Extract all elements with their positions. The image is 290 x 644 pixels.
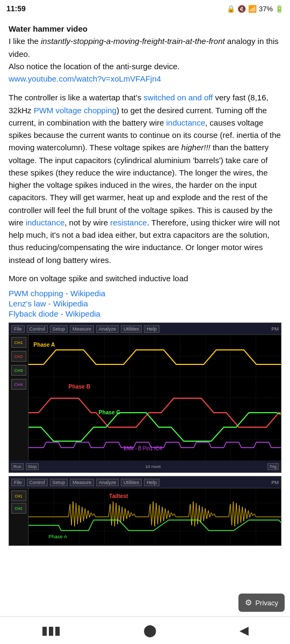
osc-frame-1: File Control Setup Measure Analyze Utili… bbox=[9, 323, 281, 473]
privacy-button[interactable]: ⚙ Privacy bbox=[238, 594, 285, 612]
nav-back-icon[interactable]: ▮▮▮ bbox=[41, 624, 61, 638]
inductance-link-1[interactable]: inductance bbox=[166, 118, 205, 127]
osc2-left-panel: CH1 CH2 bbox=[9, 488, 28, 545]
osc2-menu-file[interactable]: File bbox=[11, 479, 25, 486]
phase-b-label: Phase B bbox=[69, 383, 91, 390]
osc-waveform-svg-2: Tailtest Phase A bbox=[28, 488, 281, 545]
osc-toolbar-1: File Control Setup Measure Analyze Utili… bbox=[9, 323, 281, 335]
more-line: More on voltage spike and switched induc… bbox=[9, 273, 281, 285]
pwm-wiki-link[interactable]: PWM chopping - Wikipedia bbox=[9, 289, 281, 298]
osc-menu-setup[interactable]: Setup bbox=[50, 325, 68, 333]
pwm-chopping-link[interactable]: PWM voltage chopping bbox=[34, 106, 117, 115]
emk-label: EMk - B Pin1 IC4 bbox=[124, 445, 162, 451]
osc-menu-control[interactable]: Control bbox=[27, 325, 48, 333]
higher-italic: higher!!! bbox=[182, 143, 211, 152]
osc2-phase-a-label: Phase A bbox=[48, 533, 67, 539]
osc-bottom-bar-1: Run Stop 10 ms/d Trig bbox=[9, 460, 281, 472]
osc2-menu-control[interactable]: Control bbox=[27, 479, 48, 486]
osc-ch1-btn[interactable]: CH1 bbox=[11, 337, 26, 348]
osc-menu-utilities[interactable]: Utilities bbox=[121, 325, 142, 333]
osc-ch2-label: CH2 bbox=[14, 354, 23, 359]
osc2-ch1-btn[interactable]: CH1 bbox=[11, 491, 26, 501]
osc2-ch1-label: CH1 bbox=[15, 494, 22, 498]
lenz-wiki-link[interactable]: Lenz's law - Wikipedia bbox=[9, 299, 281, 308]
battery-text: 37% bbox=[259, 5, 273, 13]
osc-plot-area-1: CH1 CH2 CH3 CH4 bbox=[9, 335, 281, 460]
nav-recent-icon[interactable]: ◀ bbox=[240, 624, 249, 638]
osc-ch4-btn[interactable]: CH4 bbox=[11, 379, 26, 390]
nav-bar: ▮▮▮ ⬤ ◀ bbox=[0, 616, 290, 644]
osc-bottom-run[interactable]: Run bbox=[11, 463, 24, 470]
osc-waveform-svg-1: Phase A Phase B Phase C EMk - B Pin1 IC4 bbox=[28, 335, 281, 460]
osc2-menu-measure[interactable]: Measure bbox=[70, 479, 94, 486]
osc-timebase: 10 ms/d bbox=[146, 464, 161, 469]
battery-icon: 🔋 bbox=[275, 5, 284, 13]
status-icons: 🔒 🔇 📶 37% 🔋 bbox=[227, 5, 284, 13]
osc-toolbar-2: File Control Setup Measure Analyze Utili… bbox=[9, 477, 281, 488]
osc-menu-analyze[interactable]: Analyze bbox=[96, 325, 119, 333]
more-section: More on voltage spike and switched induc… bbox=[9, 273, 281, 319]
osc-ch3-label: CH3 bbox=[14, 368, 23, 373]
oscilloscope-1: File Control Setup Measure Analyze Utili… bbox=[9, 323, 281, 546]
resistance-link[interactable]: resistance bbox=[110, 218, 147, 227]
osc-ch3-btn[interactable]: CH3 bbox=[11, 365, 26, 376]
osc2-menu-help[interactable]: Help bbox=[144, 479, 160, 486]
osc-ch4-label: CH4 bbox=[14, 382, 23, 387]
osc-ch1-label: CH1 bbox=[14, 340, 23, 345]
italic-phrase: instantly-stopping-a-moving-freight-trai… bbox=[41, 36, 225, 46]
osc2-ch2-btn[interactable]: CH2 bbox=[11, 503, 26, 514]
nav-home-icon[interactable]: ⬤ bbox=[143, 624, 157, 638]
inductance-link-2[interactable]: inductance bbox=[26, 218, 65, 227]
osc2-time-display: PM bbox=[272, 480, 279, 485]
osc-left-panel-1: CH1 CH2 CH3 CH4 bbox=[9, 335, 28, 460]
para1-text: I like the instantly-stopping-a-moving-f… bbox=[9, 36, 279, 83]
mute-icon: 🔇 bbox=[237, 5, 246, 13]
osc-time-display: PM bbox=[272, 326, 279, 332]
osc2-menu-analyze[interactable]: Analyze bbox=[96, 479, 119, 486]
switched-on-off-link[interactable]: switched on and off bbox=[143, 93, 213, 102]
osc-plot-area-2: CH1 CH2 Tailtest bbox=[9, 488, 281, 545]
osc-ch2-btn[interactable]: CH2 bbox=[11, 351, 26, 362]
osc-frame-2: File Control Setup Measure Analyze Utili… bbox=[9, 476, 281, 546]
osc2-menu-utilities[interactable]: Utilities bbox=[121, 479, 142, 486]
article-title: Water hammer video bbox=[9, 24, 88, 33]
privacy-gear-icon: ⚙ bbox=[245, 598, 252, 608]
osc-trig-btn[interactable]: Trig bbox=[267, 463, 279, 470]
osc-menu-measure[interactable]: Measure bbox=[70, 325, 94, 333]
osc-bottom-stop[interactable]: Stop bbox=[26, 463, 39, 470]
wifi-icon: 📶 bbox=[248, 5, 257, 13]
osc-menu-file[interactable]: File bbox=[11, 325, 25, 333]
phase-a-label: Phase A bbox=[33, 341, 55, 348]
privacy-label: Privacy bbox=[255, 599, 278, 607]
article-body: The controller is like a watertap that's… bbox=[9, 91, 281, 266]
osc2-menu-setup[interactable]: Setup bbox=[50, 479, 68, 486]
lock-icon: 🔒 bbox=[227, 5, 235, 13]
osc-menu-help[interactable]: Help bbox=[144, 325, 160, 333]
main-content: Water hammer video I like the instantly-… bbox=[0, 17, 290, 560]
flyback-wiki-link[interactable]: Flyback diode - Wikipedia bbox=[9, 309, 281, 318]
status-bar: 11:59 🔒 🔇 📶 37% 🔋 bbox=[0, 0, 290, 17]
tailtest-label: Tailtest bbox=[109, 493, 128, 499]
osc2-ch2-label: CH2 bbox=[15, 507, 22, 510]
article-intro: Water hammer video I like the instantly-… bbox=[9, 23, 281, 85]
status-time: 11:59 bbox=[6, 4, 26, 13]
youtube-link[interactable]: www.youtube.com/watch?v=xoLmVFAFjn4 bbox=[9, 74, 161, 83]
